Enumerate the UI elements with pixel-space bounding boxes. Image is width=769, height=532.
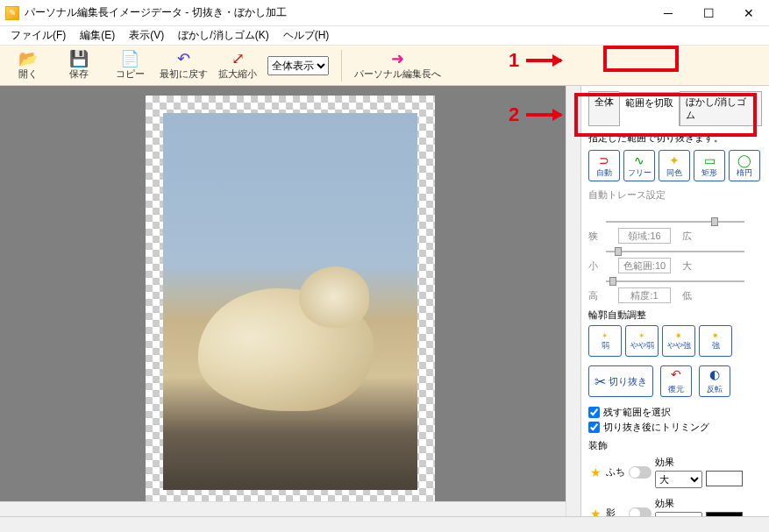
precision-field[interactable]: 精度:1 — [618, 287, 671, 303]
narrow-label: 狭 — [588, 230, 615, 243]
color-field[interactable]: 色範囲:10 — [618, 258, 671, 273]
tool-same-color[interactable]: ✦同色 — [659, 150, 690, 181]
crop-tool-row: ⊃自動 ∿フリー ✦同色 ▭矩形 ◯楕円 — [588, 150, 762, 181]
menu-view[interactable]: 表示(V) — [122, 26, 171, 45]
deco-border-size[interactable]: 大 — [655, 471, 702, 488]
menu-file[interactable]: ファイル(F) — [4, 26, 73, 45]
tool-ellipse[interactable]: ◯楕円 — [729, 150, 760, 181]
zoom-label: 拡大縮小 — [218, 67, 257, 81]
large-label: 大 — [674, 259, 692, 273]
side-panel: 全体 範囲を切取 ぼかし/消しゴム 指定した範囲で切り抜きます。 ⊃自動 ∿フリ… — [580, 86, 769, 516]
back-label: パーソナル編集長へ — [354, 67, 441, 81]
annotation-2: 2 — [509, 103, 561, 126]
deco-section: ★ ふち 効果 大 . ★ 影 効果 大 — [588, 456, 762, 516]
chk-remain-box[interactable] — [588, 407, 600, 418]
tool-free[interactable]: ∿フリー — [623, 150, 655, 181]
zoom-select[interactable]: 全体表示 — [267, 56, 329, 75]
arrow-icon — [526, 59, 561, 62]
region-slider-row: . — [588, 205, 762, 216]
copy-button[interactable]: 📄 コピー — [109, 50, 151, 81]
star-icon: ★ — [588, 507, 602, 517]
menu-blur[interactable]: ぼかし/消しゴム(K) — [171, 26, 275, 45]
spark-icon: ✷ — [675, 331, 682, 340]
color-slider-thumb[interactable] — [615, 247, 622, 256]
deco-shadow-size[interactable]: 大 — [655, 512, 702, 516]
close-button[interactable]: ✕ — [729, 0, 769, 26]
vertical-scrollbar[interactable] — [566, 86, 580, 516]
deco-shadow-row: ★ 影 効果 大 . — [588, 497, 762, 516]
precision-slider-thumb[interactable] — [609, 277, 616, 286]
maximize-button[interactable]: ☐ — [688, 0, 729, 26]
spark-icon: ✶ — [638, 331, 645, 340]
window-buttons: ─ ☐ ✕ — [648, 0, 769, 26]
back-icon: ➜ — [388, 50, 409, 67]
spark-icon: ✷ — [712, 331, 719, 340]
deco-shadow-label: 影 — [606, 507, 625, 516]
crop-description: 指定した範囲で切り抜きます。 — [588, 131, 762, 145]
deco-shadow-toggle[interactable] — [629, 507, 652, 517]
wide-label: 広 — [674, 230, 692, 243]
deco-border-color[interactable] — [706, 471, 743, 486]
menu-bar: ファイル(F) 編集(E) 表示(V) ぼかし/消しゴム(K) ヘルプ(H) — [0, 26, 769, 46]
horizontal-scrollbar[interactable] — [0, 501, 566, 516]
save-button[interactable]: 💾 保存 — [58, 50, 100, 81]
undo-icon: ↶ — [174, 50, 195, 67]
zoom-icon: ⤢ — [227, 50, 248, 67]
checker-background — [146, 96, 435, 507]
main-area: 全体 範囲を切取 ぼかし/消しゴム 指定した範囲で切り抜きます。 ⊃自動 ∿フリ… — [0, 86, 769, 516]
deco-border-row: ★ ふち 効果 大 . — [588, 456, 762, 488]
low-label: 低 — [674, 289, 692, 302]
deco-effect-label: 効果 — [655, 456, 702, 469]
deco-border-toggle[interactable] — [629, 466, 652, 479]
crop-button[interactable]: ✂切り抜き — [588, 365, 653, 397]
region-row: 狭 領域:16 広 — [588, 228, 762, 244]
annotation-1: 1 — [509, 49, 561, 72]
chk-trim[interactable]: 切り抜き後にトリミング — [588, 421, 762, 434]
tool-rect[interactable]: ▭矩形 — [694, 150, 725, 181]
canvas-area[interactable] — [0, 86, 580, 516]
app-icon: ✎ — [5, 6, 19, 20]
chk-remain[interactable]: 残す範囲を選択 — [588, 406, 762, 419]
tool-auto[interactable]: ⊃自動 — [588, 150, 620, 181]
tab-whole[interactable]: 全体 — [588, 91, 619, 125]
deco-effect-label2: 効果 — [655, 497, 702, 510]
undo-label: 最初に戻す — [160, 67, 208, 81]
copy-icon: 📄 — [119, 50, 140, 67]
outline-section-title: 輪郭自動調整 — [588, 309, 762, 322]
precision-row: 高 精度:1 低 — [588, 287, 762, 303]
save-label: 保存 — [69, 67, 89, 81]
adj-weak[interactable]: ✶弱 — [588, 325, 622, 357]
toolbar-separator — [341, 50, 342, 82]
open-button[interactable]: 📂 開く — [7, 50, 49, 81]
wand-icon: ✦ — [669, 153, 680, 167]
back-button[interactable]: ➜ パーソナル編集長へ — [354, 50, 441, 81]
action-row: ✂切り抜き ↶復元 ◐反転 — [588, 365, 762, 397]
adj-strong[interactable]: ✷強 — [699, 325, 732, 357]
window-title: パーソナル編集長イメージデータ - 切抜き・ぼかし加工 — [25, 5, 648, 20]
high-label: 高 — [588, 289, 615, 302]
menu-help[interactable]: ヘルプ(H) — [276, 26, 337, 45]
region-slider-thumb[interactable] — [711, 217, 718, 226]
adj-mweak[interactable]: ✶やや弱 — [625, 325, 659, 357]
undo-button[interactable]: ↶ 最初に戻す — [160, 50, 208, 81]
zoom-button[interactable]: ⤢ 拡大縮小 — [217, 50, 259, 81]
toolbar: 📂 開く 💾 保存 📄 コピー ↶ 最初に戻す ⤢ 拡大縮小 全体表示 ➜ パー… — [0, 46, 769, 86]
menu-edit[interactable]: 編集(E) — [73, 26, 122, 45]
tab-bar: 全体 範囲を切取 ぼかし/消しゴム — [588, 91, 762, 126]
photo[interactable] — [163, 113, 417, 490]
adj-mstrong[interactable]: ✷やや強 — [662, 325, 695, 357]
restore-button[interactable]: ↶復元 — [660, 365, 692, 397]
rect-icon: ▭ — [704, 153, 716, 167]
minimize-button[interactable]: ─ — [648, 0, 688, 26]
color-row: 小 色範囲:10 大 — [588, 258, 762, 273]
trace-section-title: 自動トレース設定 — [588, 188, 762, 202]
deco-shadow-color[interactable] — [706, 512, 743, 517]
invert-button[interactable]: ◐反転 — [699, 365, 730, 397]
tab-eraser[interactable]: ぼかし/消しゴム — [680, 91, 762, 125]
chk-trim-box[interactable] — [588, 422, 600, 433]
region-field[interactable]: 領域:16 — [618, 228, 671, 244]
copy-label: コピー — [116, 67, 145, 81]
tab-crop[interactable]: 範囲を切取 — [619, 92, 680, 126]
star-icon: ★ — [588, 465, 602, 479]
undo-icon: ↶ — [671, 367, 681, 381]
